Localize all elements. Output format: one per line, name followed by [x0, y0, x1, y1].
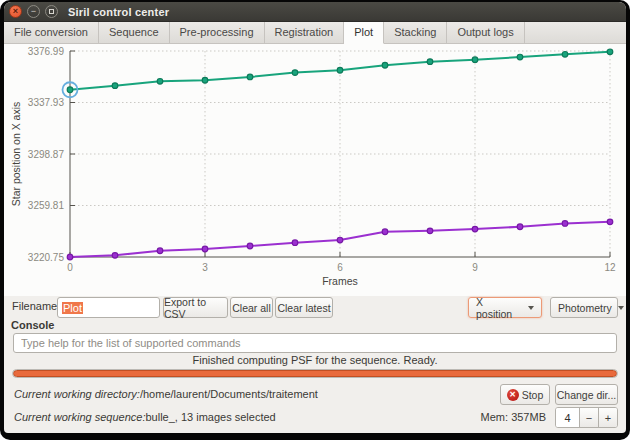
- close-button[interactable]: ×: [9, 5, 22, 18]
- tab-file-conversion[interactable]: File conversion: [4, 22, 99, 43]
- filename-label: Filename:: [12, 300, 60, 312]
- filename-value: Plot: [62, 302, 83, 314]
- memory-label: Mem: 357MB: [404, 411, 546, 423]
- svg-text:Frames: Frames: [322, 275, 358, 287]
- clear-all-button[interactable]: Clear all: [230, 297, 273, 318]
- svg-text:3298.87: 3298.87: [28, 149, 65, 160]
- star-position-chart[interactable]: 3220.753259.813298.873337.933376.9903691…: [4, 44, 626, 296]
- progress-bar: [12, 369, 618, 378]
- stop-label: Stop: [522, 389, 544, 401]
- maximize-button[interactable]: [45, 5, 58, 18]
- tab-plot[interactable]: Plot: [344, 22, 384, 44]
- tab-sequence[interactable]: Sequence: [99, 22, 170, 43]
- tab-output-logs[interactable]: Output logs: [447, 22, 524, 43]
- stop-icon: ✕: [507, 389, 519, 401]
- svg-text:12: 12: [604, 262, 616, 273]
- svg-text:0: 0: [67, 262, 73, 273]
- console-input[interactable]: [13, 333, 617, 353]
- titlebar: × − Siril control center: [4, 2, 626, 22]
- clear-latest-button[interactable]: Clear latest: [275, 297, 333, 318]
- progress-fill: [13, 370, 617, 377]
- tab-registration[interactable]: Registration: [265, 22, 345, 43]
- svg-text:Star position on X axis: Star position on X axis: [10, 102, 22, 206]
- tab-bar: File conversionSequencePre-processingReg…: [4, 22, 626, 44]
- cwd-label: Current working directory:: [14, 388, 140, 400]
- sequence-label: Current working sequence:: [14, 411, 145, 423]
- svg-text:3259.81: 3259.81: [28, 200, 65, 211]
- sequence-value: bulle_, 13 images selected: [145, 411, 275, 423]
- plot-canvas[interactable]: 3220.753259.813298.873337.933376.9903691…: [4, 44, 626, 296]
- tab-pre-processing[interactable]: Pre-processing: [170, 22, 265, 43]
- filename-input[interactable]: Plot: [57, 297, 160, 318]
- thread-spinner: 4 − +: [555, 407, 618, 428]
- window-title: Siril control center: [68, 6, 169, 18]
- cwd-row: Current working directory:/home/laurent/…: [14, 388, 318, 400]
- mode-select-dropdown[interactable]: Photometry: [550, 297, 618, 318]
- change-dir-button[interactable]: Change dir...: [555, 384, 618, 405]
- thread-spinner-value[interactable]: 4: [556, 408, 579, 427]
- svg-text:3: 3: [202, 262, 208, 273]
- spinner-increment-button[interactable]: +: [598, 408, 617, 427]
- svg-text:3337.93: 3337.93: [28, 97, 65, 108]
- axis-select-value: X position: [476, 296, 522, 320]
- maximize-icon: [49, 9, 54, 14]
- mode-select-value: Photometry: [558, 302, 612, 314]
- stop-button[interactable]: ✕ Stop: [500, 384, 550, 405]
- close-icon: ×: [13, 7, 18, 16]
- export-csv-button[interactable]: Export to CSV: [163, 297, 228, 318]
- svg-text:3376.99: 3376.99: [28, 46, 65, 57]
- sequence-row: Current working sequence:bulle_, 13 imag…: [14, 411, 276, 423]
- cwd-value: /home/laurent/Documents/traitement: [140, 388, 318, 400]
- axis-select-dropdown[interactable]: X position: [468, 297, 542, 318]
- minimize-button[interactable]: −: [27, 5, 40, 18]
- svg-text:9: 9: [472, 262, 478, 273]
- minimize-icon: −: [31, 7, 36, 16]
- console-label: Console: [11, 319, 54, 331]
- spinner-decrement-button[interactable]: −: [579, 408, 598, 427]
- svg-text:6: 6: [337, 262, 343, 273]
- tab-stacking[interactable]: Stacking: [384, 22, 447, 43]
- siril-window: × − Siril control center File conversion…: [4, 2, 626, 433]
- window-frame: × − Siril control center File conversion…: [0, 0, 630, 440]
- chevron-down-icon: [618, 306, 624, 310]
- svg-text:3220.75: 3220.75: [28, 252, 65, 263]
- chevron-down-icon: [528, 306, 534, 310]
- status-message: Finished computing PSF for the sequence.…: [4, 354, 626, 366]
